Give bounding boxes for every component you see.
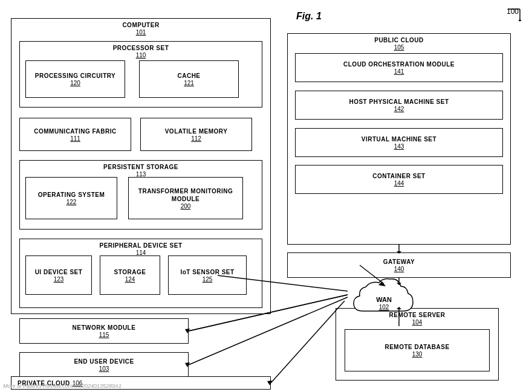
wan-cloud: WAN 102 <box>348 272 420 326</box>
communicating-fabric-label: COMMUNICATING FABRIC <box>20 127 131 135</box>
fig-title: Fig. 1 <box>296 11 322 22</box>
operating-system-num: 122 <box>26 199 117 205</box>
volatile-memory-num: 112 <box>141 135 251 142</box>
svg-line-5 <box>520 20 521 21</box>
ui-device-set-num: 123 <box>26 276 91 283</box>
network-module-label: NETWORK MODULE <box>20 324 188 332</box>
network-module-num: 115 <box>20 332 188 338</box>
computer-num: 101 <box>11 29 270 36</box>
processor-set-num: 110 <box>20 52 262 59</box>
container-set-box: CONTAINER SET 144 <box>295 165 503 194</box>
iot-sensor-set-label: IoT SENSOR SET <box>169 268 246 276</box>
storage-label: STORAGE <box>100 268 160 276</box>
peripheral-device-set-label: PERIPHERAL DEVICE SET <box>99 242 182 249</box>
container-set-num: 144 <box>296 180 502 187</box>
remote-database-num: 130 <box>345 351 489 358</box>
iot-sensor-set-box: IoT SENSOR SET 125 <box>168 255 247 295</box>
host-physical-machine-num: 142 <box>296 106 502 112</box>
remote-database-label: REMOTE DATABASE <box>345 343 489 351</box>
virtual-machine-set-num: 143 <box>296 143 502 150</box>
processor-set-label: PROCESSOR SET <box>113 45 169 51</box>
cache-box: CACHE 121 <box>139 60 239 98</box>
storage-num: 124 <box>100 276 160 283</box>
svg-text:102: 102 <box>379 304 389 310</box>
ref-100: 100 <box>507 7 519 16</box>
diagram: Fig. 1 100 COMPUTER 101 PROCESSOR SET 11… <box>0 0 532 392</box>
communicating-fabric-box: COMMUNICATING FABRIC 111 <box>19 118 131 151</box>
ui-device-set-box: UI DEVICE SET 123 <box>25 255 92 295</box>
processing-circuitry-box: PROCESSING CIRCUITRY 120 <box>25 60 125 98</box>
end-user-device-label: END USER DEVICE <box>20 358 188 365</box>
transformer-monitoring-box: TRANSFORMER MONITORING MODULE 200 <box>128 177 243 219</box>
public-cloud-num: 105 <box>288 44 510 51</box>
persistent-storage-label: PERSISTENT STORAGE <box>103 164 178 170</box>
processing-circuitry-label: PROCESSING CIRCUITRY <box>26 72 125 80</box>
cache-label: CACHE <box>140 72 238 80</box>
virtual-machine-set-label: VIRTUAL MACHINE SET <box>296 135 502 143</box>
end-user-device-num: 103 <box>20 365 188 372</box>
iot-sensor-set-num: 125 <box>169 276 246 283</box>
remote-database-box: REMOTE DATABASE 130 <box>345 329 490 371</box>
watermark: More at Patents-Review.com/US20240135280… <box>3 383 122 389</box>
svg-line-19 <box>271 301 345 383</box>
computer-label: COMPUTER <box>122 22 159 28</box>
network-module-box: NETWORK MODULE 115 <box>19 318 189 344</box>
container-set-label: CONTAINER SET <box>296 172 502 180</box>
svg-line-4 <box>519 20 520 21</box>
operating-system-box: OPERATING SYSTEM 122 <box>25 177 117 219</box>
cloud-orchestration-box: CLOUD ORCHESTRATION MODULE 141 <box>295 53 503 82</box>
storage-box: STORAGE 124 <box>100 255 160 295</box>
cloud-orchestration-label: CLOUD ORCHESTRATION MODULE <box>296 60 502 68</box>
public-cloud-label: PUBLIC CLOUD <box>374 37 424 43</box>
svg-text:WAN: WAN <box>376 296 392 303</box>
virtual-machine-set-box: VIRTUAL MACHINE SET 143 <box>295 128 503 157</box>
volatile-memory-box: VOLATILE MEMORY 112 <box>140 118 252 151</box>
volatile-memory-label: VOLATILE MEMORY <box>141 127 251 135</box>
processing-circuitry-num: 120 <box>26 80 125 86</box>
end-user-device-box: END USER DEVICE 103 <box>19 352 189 378</box>
cloud-orchestration-num: 141 <box>296 68 502 75</box>
ui-device-set-label: UI DEVICE SET <box>26 268 91 276</box>
gateway-label: GATEWAY <box>288 258 510 266</box>
transformer-monitoring-label: TRANSFORMER MONITORING MODULE <box>129 187 242 203</box>
transformer-monitoring-num: 200 <box>129 203 242 210</box>
operating-system-label: OPERATING SYSTEM <box>26 191 117 199</box>
cache-num: 121 <box>140 80 238 86</box>
communicating-fabric-num: 111 <box>20 135 131 142</box>
host-physical-machine-box: HOST PHYSICAL MACHINE SET 142 <box>295 91 503 120</box>
host-physical-machine-label: HOST PHYSICAL MACHINE SET <box>296 98 502 106</box>
